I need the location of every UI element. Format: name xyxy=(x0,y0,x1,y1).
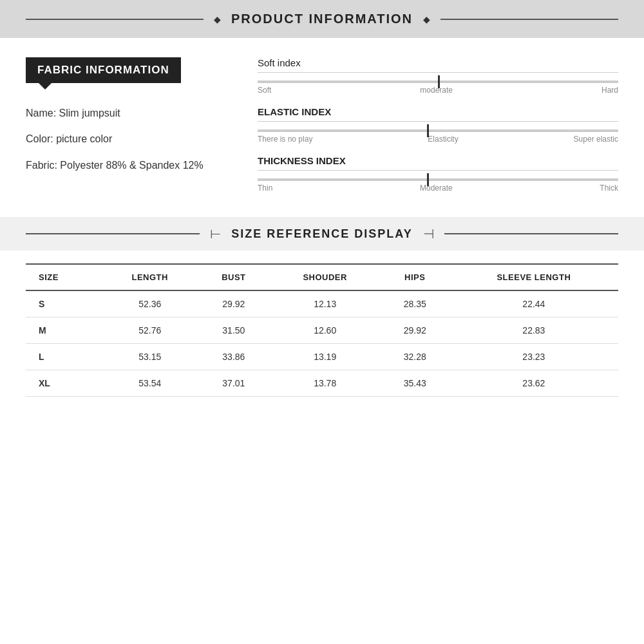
fabric-label: Fabric: xyxy=(26,160,57,171)
fabric-value: Polyester 88% & Spandex 12% xyxy=(60,160,203,171)
table-row: L53.1533.8613.1932.2823.23 xyxy=(26,344,618,370)
table-cell: 22.44 xyxy=(450,290,618,317)
thickness-label-mid: Moderate xyxy=(420,184,453,193)
table-col-header: BUST xyxy=(198,264,270,290)
table-row: XL53.5437.0113.7835.4323.62 xyxy=(26,370,618,397)
elastic-label-left: There is no play xyxy=(258,135,312,144)
table-col-header: SIZE xyxy=(26,264,102,290)
table-cell: M xyxy=(26,317,102,344)
color-label: Color: xyxy=(26,133,53,144)
soft-slider-marker xyxy=(438,75,440,88)
header-line-right xyxy=(440,19,618,20)
diamond-left: ◆ xyxy=(214,14,221,24)
table-cell: 12.13 xyxy=(270,290,381,317)
page: ◆ PRODUCT INFORMATION ◆ FABRIC INFORMATI… xyxy=(0,0,644,644)
thickness-label-right: Thick xyxy=(600,184,618,193)
size-ref-header: ⊢ SIZE REFERENCE DISPLAY ⊣ xyxy=(0,217,644,251)
diamond-right: ◆ xyxy=(423,14,430,24)
fabric-badge: FABRIC INFORMATION xyxy=(26,57,181,83)
table-cell: 22.83 xyxy=(450,317,618,344)
thickness-index-section: THICKNESS INDEX Thin Moderate Thick xyxy=(258,155,618,193)
table-col-header: SLEEVE LENGTH xyxy=(450,264,618,290)
size-table: SIZELENGTHBUSTSHOUDERHIPSSLEEVE LENGTH S… xyxy=(26,263,618,397)
soft-slider-track xyxy=(258,80,618,83)
name-row: Name: Slim jumpsuit xyxy=(26,106,232,120)
table-cell: S xyxy=(26,290,102,317)
elastic-divider xyxy=(258,121,618,122)
table-col-header: HIPS xyxy=(381,264,450,290)
size-bracket-right: ⊣ xyxy=(423,226,434,242)
table-cell: 53.15 xyxy=(102,344,198,370)
table-row: S52.3629.9212.1328.3522.44 xyxy=(26,290,618,317)
table-col-header: SHOUDER xyxy=(270,264,381,290)
left-panel: FABRIC INFORMATION Name: Slim jumpsuit C… xyxy=(26,57,232,204)
elastic-slider-track xyxy=(258,129,618,132)
thickness-slider-marker xyxy=(427,173,429,186)
size-ref-title: SIZE REFERENCE DISPLAY xyxy=(231,227,412,241)
elastic-index-label: ELASTIC INDEX xyxy=(258,106,618,117)
table-header-row: SIZELENGTHBUSTSHOUDERHIPSSLEEVE LENGTH xyxy=(26,264,618,290)
color-row: Color: picture color xyxy=(26,132,232,146)
table-cell: 13.19 xyxy=(270,344,381,370)
thickness-slider-track xyxy=(258,178,618,181)
soft-index-section: Soft index Soft moderate Hard xyxy=(258,57,618,95)
soft-label-mid: moderate xyxy=(420,86,453,95)
table-cell: 33.86 xyxy=(198,344,270,370)
fabric-details: Name: Slim jumpsuit Color: picture color… xyxy=(26,106,232,173)
elastic-slider-labels: There is no play Elasticity Super elasti… xyxy=(258,135,618,144)
fabric-row: Fabric: Polyester 88% & Spandex 12% xyxy=(26,158,232,173)
elastic-slider-marker xyxy=(427,124,429,137)
elastic-index-section: ELASTIC INDEX There is no play Elasticit… xyxy=(258,106,618,144)
table-cell: 23.23 xyxy=(450,344,618,370)
table-cell: 37.01 xyxy=(198,370,270,397)
main-content: FABRIC INFORMATION Name: Slim jumpsuit C… xyxy=(0,38,644,217)
table-body: S52.3629.9212.1328.3522.44M52.7631.5012.… xyxy=(26,290,618,397)
elastic-label-right: Super elastic xyxy=(574,135,618,144)
table-cell: 32.28 xyxy=(381,344,450,370)
soft-divider xyxy=(258,72,618,73)
table-cell: XL xyxy=(26,370,102,397)
table-cell: 35.43 xyxy=(381,370,450,397)
table-cell: L xyxy=(26,344,102,370)
table-row: M52.7631.5012.6029.9222.83 xyxy=(26,317,618,344)
product-info-header: ◆ PRODUCT INFORMATION ◆ xyxy=(0,0,644,38)
table-cell: 23.62 xyxy=(450,370,618,397)
size-table-container: SIZELENGTHBUSTSHOUDERHIPSSLEEVE LENGTH S… xyxy=(0,251,644,644)
table-cell: 29.92 xyxy=(198,290,270,317)
table-col-header: LENGTH xyxy=(102,264,198,290)
table-cell: 52.76 xyxy=(102,317,198,344)
right-panel: Soft index Soft moderate Hard ELASTIC IN… xyxy=(258,57,618,204)
elastic-label-mid: Elasticity xyxy=(428,135,458,144)
size-ref-line-right xyxy=(444,233,618,234)
table-cell: 28.35 xyxy=(381,290,450,317)
size-bracket-left: ⊢ xyxy=(210,226,221,242)
table-cell: 53.54 xyxy=(102,370,198,397)
table-cell: 52.36 xyxy=(102,290,198,317)
soft-label-right: Hard xyxy=(601,86,618,95)
thickness-slider-labels: Thin Moderate Thick xyxy=(258,184,618,193)
product-info-title: PRODUCT INFORMATION xyxy=(231,12,413,26)
soft-index-label: Soft index xyxy=(258,57,618,68)
table-cell: 31.50 xyxy=(198,317,270,344)
name-label: Name: xyxy=(26,108,56,118)
size-ref-line-left xyxy=(26,233,200,234)
table-header: SIZELENGTHBUSTSHOUDERHIPSSLEEVE LENGTH xyxy=(26,264,618,290)
table-cell: 12.60 xyxy=(270,317,381,344)
name-value: Slim jumpsuit xyxy=(59,108,120,118)
thickness-index-label: THICKNESS INDEX xyxy=(258,155,618,166)
header-line-left xyxy=(26,19,204,20)
soft-label-left: Soft xyxy=(258,86,271,95)
table-cell: 13.78 xyxy=(270,370,381,397)
table-cell: 29.92 xyxy=(381,317,450,344)
color-value: picture color xyxy=(56,133,112,144)
thickness-divider xyxy=(258,170,618,171)
thickness-label-left: Thin xyxy=(258,184,272,193)
